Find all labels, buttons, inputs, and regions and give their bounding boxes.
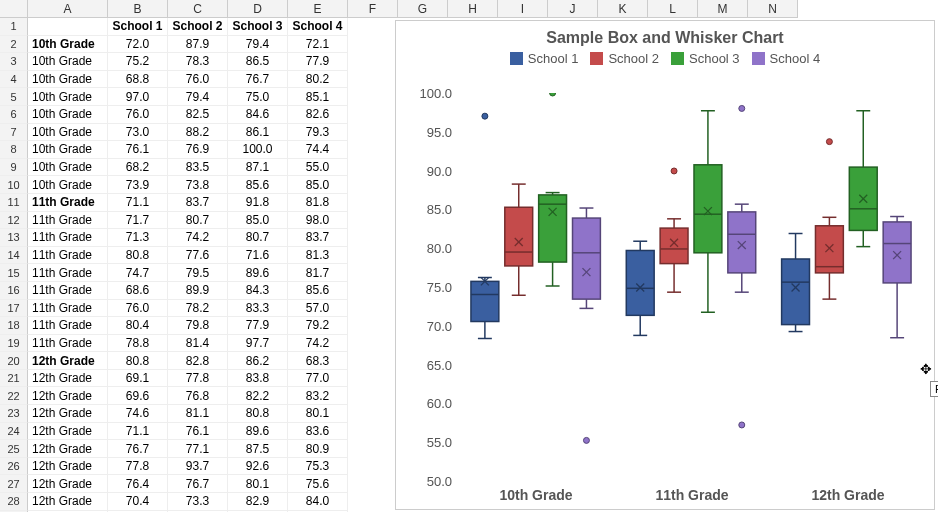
cell[interactable]: 78.8: [108, 335, 168, 353]
cell[interactable]: 68.8: [108, 71, 168, 89]
cell[interactable]: 74.2: [288, 335, 348, 353]
cell[interactable]: 76.7: [228, 71, 288, 89]
cell[interactable]: 81.1: [168, 405, 228, 423]
cell[interactable]: 85.1: [288, 88, 348, 106]
legend-item[interactable]: School 4: [752, 51, 821, 66]
cell[interactable]: 71.1: [108, 194, 168, 212]
cell[interactable]: 77.6: [168, 247, 228, 265]
cell[interactable]: 71.6: [228, 247, 288, 265]
cell[interactable]: 77.9: [288, 53, 348, 71]
row-header-15[interactable]: 15: [0, 264, 28, 282]
cell[interactable]: 80.1: [288, 405, 348, 423]
cell[interactable]: 75.2: [108, 53, 168, 71]
cell[interactable]: 11th Grade: [28, 282, 108, 300]
cell[interactable]: 81.7: [288, 264, 348, 282]
cell[interactable]: 12th Grade: [28, 352, 108, 370]
cell[interactable]: 73.8: [168, 176, 228, 194]
cell[interactable]: 74.4: [288, 141, 348, 159]
cell[interactable]: 10th Grade: [28, 88, 108, 106]
cell[interactable]: 80.2: [288, 71, 348, 89]
row-header-16[interactable]: 16: [0, 282, 28, 300]
cell[interactable]: 75.6: [288, 475, 348, 493]
cell[interactable]: 81.8: [288, 194, 348, 212]
cell[interactable]: 85.6: [288, 282, 348, 300]
cell[interactable]: 92.6: [228, 458, 288, 476]
column-header-J[interactable]: J: [548, 0, 598, 17]
cell[interactable]: 89.9: [168, 282, 228, 300]
cell[interactable]: 82.2: [228, 387, 288, 405]
cell[interactable]: 79.3: [288, 124, 348, 142]
column-header-G[interactable]: G: [398, 0, 448, 17]
cell[interactable]: School 2: [168, 18, 228, 36]
cell[interactable]: 87.1: [228, 159, 288, 177]
cell[interactable]: 76.7: [168, 475, 228, 493]
cell[interactable]: 80.1: [228, 475, 288, 493]
row-header-6[interactable]: 6: [0, 106, 28, 124]
cell[interactable]: 74.2: [168, 229, 228, 247]
cell[interactable]: 85.6: [228, 176, 288, 194]
cell[interactable]: 78.2: [168, 300, 228, 318]
cell[interactable]: 86.1: [228, 124, 288, 142]
row-header-12[interactable]: 12: [0, 212, 28, 230]
row-header-19[interactable]: 19: [0, 335, 28, 353]
cell[interactable]: School 4: [288, 18, 348, 36]
row-header-11[interactable]: 11: [0, 194, 28, 212]
chart-container[interactable]: Sample Box and Whisker Chart School 1Sch…: [395, 20, 935, 510]
cell[interactable]: 10th Grade: [28, 36, 108, 54]
cell[interactable]: 76.0: [108, 106, 168, 124]
cell[interactable]: 69.1: [108, 370, 168, 388]
cell[interactable]: 82.9: [228, 493, 288, 511]
row-header-26[interactable]: 26: [0, 458, 28, 476]
cell[interactable]: 85.0: [228, 212, 288, 230]
column-header-L[interactable]: L: [648, 0, 698, 17]
legend-item[interactable]: School 3: [671, 51, 740, 66]
cell[interactable]: 73.3: [168, 493, 228, 511]
cell[interactable]: 11th Grade: [28, 212, 108, 230]
cell[interactable]: 68.6: [108, 282, 168, 300]
row-header-8[interactable]: 8: [0, 141, 28, 159]
cell[interactable]: 12th Grade: [28, 493, 108, 511]
row-header-24[interactable]: 24: [0, 423, 28, 441]
cell[interactable]: 83.7: [288, 229, 348, 247]
row-header-21[interactable]: 21: [0, 370, 28, 388]
column-header-N[interactable]: N: [748, 0, 798, 17]
row-header-13[interactable]: 13: [0, 229, 28, 247]
cell[interactable]: 69.6: [108, 387, 168, 405]
cell[interactable]: 79.2: [288, 317, 348, 335]
column-header-A[interactable]: A: [28, 0, 108, 17]
cell[interactable]: 74.6: [108, 405, 168, 423]
row-header-18[interactable]: 18: [0, 317, 28, 335]
cell[interactable]: 76.1: [168, 423, 228, 441]
cell[interactable]: 71.3: [108, 229, 168, 247]
cell[interactable]: School 3: [228, 18, 288, 36]
cell[interactable]: 77.1: [168, 440, 228, 458]
cell[interactable]: 10th Grade: [28, 53, 108, 71]
row-header-28[interactable]: 28: [0, 493, 28, 511]
cell[interactable]: 78.3: [168, 53, 228, 71]
column-header-C[interactable]: C: [168, 0, 228, 17]
cell[interactable]: 88.2: [168, 124, 228, 142]
cell[interactable]: 10th Grade: [28, 71, 108, 89]
cell[interactable]: 12th Grade: [28, 458, 108, 476]
cell[interactable]: 79.4: [168, 88, 228, 106]
cell[interactable]: 80.8: [228, 405, 288, 423]
cell[interactable]: 10th Grade: [28, 124, 108, 142]
cell[interactable]: 89.6: [228, 423, 288, 441]
cell[interactable]: 10th Grade: [28, 159, 108, 177]
cell[interactable]: 73.9: [108, 176, 168, 194]
cell[interactable]: 80.7: [228, 229, 288, 247]
cell[interactable]: 68.3: [288, 352, 348, 370]
cell[interactable]: 86.5: [228, 53, 288, 71]
cell[interactable]: 81.3: [288, 247, 348, 265]
cell[interactable]: 72.0: [108, 36, 168, 54]
cell[interactable]: 70.4: [108, 493, 168, 511]
cell[interactable]: 97.0: [108, 88, 168, 106]
cell[interactable]: 11th Grade: [28, 264, 108, 282]
cell[interactable]: 72.1: [288, 36, 348, 54]
cell[interactable]: 12th Grade: [28, 405, 108, 423]
column-header-B[interactable]: B: [108, 0, 168, 17]
row-header-27[interactable]: 27: [0, 475, 28, 493]
column-header-M[interactable]: M: [698, 0, 748, 17]
column-header-E[interactable]: E: [288, 0, 348, 17]
cell[interactable]: 76.9: [168, 141, 228, 159]
